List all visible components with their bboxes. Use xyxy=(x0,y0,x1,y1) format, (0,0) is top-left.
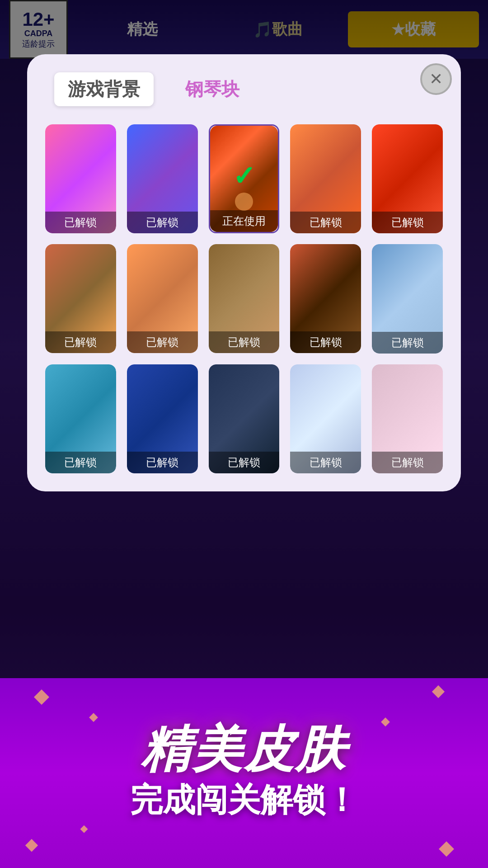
skin-thumb-12: 已解锁 xyxy=(127,364,198,473)
sparkle-decoration-6 xyxy=(381,717,390,726)
skin-item-8[interactable]: 已解锁 xyxy=(209,244,280,353)
skin-item-9[interactable]: 已解锁 xyxy=(290,244,361,353)
banner-title: 精美皮肤 xyxy=(141,724,347,774)
close-icon: ✕ xyxy=(429,70,443,89)
skin-status-12: 已解锁 xyxy=(127,452,198,473)
skin-grid: 已解锁 已解锁 ✓ 正在使用 已解锁 xyxy=(45,124,443,473)
active-checkmark: ✓ xyxy=(233,160,255,192)
skin-thumb-4: 已解锁 xyxy=(290,124,361,233)
sparkle-decoration-3 xyxy=(25,839,38,852)
skin-status-3: 正在使用 xyxy=(210,210,278,232)
skin-item-13[interactable]: 已解锁 xyxy=(209,364,280,473)
skin-item-1[interactable]: 已解锁 xyxy=(45,124,116,233)
banner-subtitle: 完成闯关解锁！ xyxy=(130,778,358,822)
skin-status-5: 已解锁 xyxy=(372,212,443,233)
modal-tab-group: 游戏背景 钢琴块 xyxy=(45,72,443,106)
skin-item-2[interactable]: 已解锁 xyxy=(127,124,198,233)
skin-thumb-6: 已解锁 xyxy=(45,244,116,353)
skin-item-15[interactable]: 已解锁 xyxy=(372,364,443,473)
skin-thumb-7: 已解锁 xyxy=(127,244,198,353)
sparkle-decoration-4 xyxy=(80,826,88,833)
skin-item-10[interactable]: 已解锁 xyxy=(372,244,443,353)
bottom-banner: 精美皮肤 完成闯关解锁！ xyxy=(0,678,488,868)
skin-status-15: 已解锁 xyxy=(372,452,443,473)
tab-piano-block[interactable]: 钢琴块 xyxy=(172,72,253,106)
skin-status-4: 已解锁 xyxy=(290,212,361,233)
skin-item-12[interactable]: 已解锁 xyxy=(127,364,198,473)
skin-status-11: 已解锁 xyxy=(45,452,116,473)
close-button[interactable]: ✕ xyxy=(420,63,452,95)
skin-thumb-10: 已解锁 xyxy=(372,244,443,353)
skin-thumb-8: 已解锁 xyxy=(209,244,280,353)
skin-status-6: 已解锁 xyxy=(45,331,116,353)
skin-selection-modal: ✕ 游戏背景 钢琴块 已解锁 已解锁 xyxy=(27,54,461,491)
skin-status-1: 已解锁 xyxy=(45,212,116,233)
skin-status-8: 已解锁 xyxy=(209,331,280,353)
skin-thumb-2: 已解锁 xyxy=(127,124,198,233)
skin-item-5[interactable]: 已解锁 xyxy=(372,124,443,233)
skin-thumb-1: 已解锁 xyxy=(45,124,116,233)
skin-status-9: 已解锁 xyxy=(290,331,361,353)
skin-item-4[interactable]: 已解锁 xyxy=(290,124,361,233)
skin-status-13: 已解锁 xyxy=(209,452,280,473)
skin-status-7: 已解锁 xyxy=(127,331,198,353)
sparkle-decoration-1 xyxy=(34,689,49,705)
skin-thumb-15: 已解锁 xyxy=(372,364,443,473)
sparkle-decoration-7 xyxy=(439,841,454,857)
skin-status-2: 已解锁 xyxy=(127,212,198,233)
skin-thumb-13: 已解锁 xyxy=(209,364,280,473)
skin-status-10: 已解锁 xyxy=(372,332,443,354)
skin-item-11[interactable]: 已解锁 xyxy=(45,364,116,473)
skin-thumb-14: 已解锁 xyxy=(290,364,361,473)
sparkle-decoration-2 xyxy=(89,713,98,722)
skin-thumb-11: 已解锁 xyxy=(45,364,116,473)
skin-item-3[interactable]: ✓ 正在使用 xyxy=(209,124,280,233)
piano-block-label: 钢琴块 xyxy=(185,79,239,99)
skin-status-14: 已解锁 xyxy=(290,452,361,473)
sparkle-decoration-5 xyxy=(432,685,445,698)
tab-game-background[interactable]: 游戏背景 xyxy=(54,72,154,106)
game-background-label: 游戏背景 xyxy=(68,79,140,99)
skin-item-14[interactable]: 已解锁 xyxy=(290,364,361,473)
skin-thumb-5: 已解锁 xyxy=(372,124,443,233)
skin-item-7[interactable]: 已解锁 xyxy=(127,244,198,353)
skin-thumb-3: ✓ 正在使用 xyxy=(210,126,278,232)
skin-thumb-9: 已解锁 xyxy=(290,244,361,353)
skin-item-6[interactable]: 已解锁 xyxy=(45,244,116,353)
